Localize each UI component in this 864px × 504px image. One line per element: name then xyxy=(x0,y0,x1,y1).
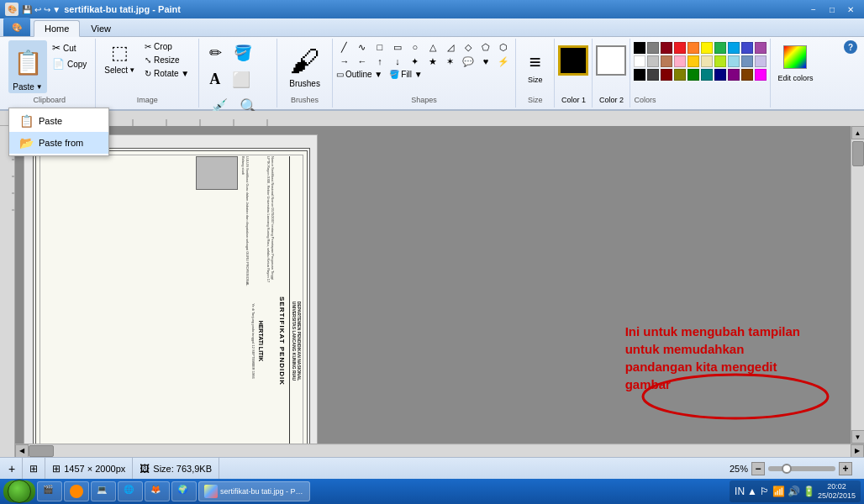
color1-swatch[interactable] xyxy=(558,45,588,76)
tray-arrow-icon[interactable]: ▲ xyxy=(747,486,757,497)
scroll-thumb-bottom[interactable] xyxy=(29,445,54,457)
paint-menu-button[interactable]: 🎨 xyxy=(3,18,30,36)
scrollbar-right[interactable]: ▲ ▼ xyxy=(851,126,864,444)
color-swatch-cream[interactable] xyxy=(701,55,713,67)
color-swatch-navy[interactable] xyxy=(741,42,753,54)
scroll-track-bottom[interactable] xyxy=(29,445,851,457)
cut-button[interactable]: ✂ Cut xyxy=(49,40,90,55)
shape-curve[interactable]: ∿ xyxy=(354,40,371,54)
fill-button[interactable]: 🪣 xyxy=(229,40,257,66)
eraser-button[interactable]: ⬜ xyxy=(227,67,256,92)
copy-button[interactable]: 📄 Copy xyxy=(49,56,90,71)
status-new[interactable]: + xyxy=(5,458,23,479)
color-swatch-extra6[interactable] xyxy=(701,69,713,81)
color-swatch-blue[interactable] xyxy=(728,42,740,54)
color-swatch-red[interactable] xyxy=(674,42,686,54)
color-swatch-lightgray[interactable] xyxy=(647,55,659,67)
color-swatch-extra1[interactable] xyxy=(634,69,645,81)
shape-rounded-rect[interactable]: ▭ xyxy=(389,40,406,54)
zoom-slider[interactable] xyxy=(768,466,835,471)
shape-lightning[interactable]: ⚡ xyxy=(495,55,512,68)
color-swatch-white[interactable] xyxy=(634,55,645,67)
shape-arrow-up[interactable]: ↑ xyxy=(371,55,388,68)
taskbar-app-globe[interactable]: 🌐 xyxy=(118,481,143,501)
select-button[interactable]: ⬚ Select ▼ xyxy=(101,40,139,76)
shape-arrow-right[interactable]: → xyxy=(336,55,353,68)
shape-ellipse[interactable]: ○ xyxy=(407,40,424,54)
scroll-right-button[interactable]: ▶ xyxy=(851,444,864,458)
color-swatch-extra5[interactable] xyxy=(688,69,699,81)
zoom-thumb[interactable] xyxy=(782,464,792,474)
status-select[interactable]: ⊞ xyxy=(23,458,45,479)
color-swatch-extra10[interactable] xyxy=(755,69,767,81)
color-swatch-orange[interactable] xyxy=(688,42,699,54)
color-swatch-steelblue[interactable] xyxy=(741,55,753,67)
tab-home[interactable]: Home xyxy=(34,20,80,37)
pencil-button[interactable]: ✏ xyxy=(204,40,227,66)
scroll-track-right[interactable] xyxy=(851,139,864,430)
color-swatch-skyblue[interactable] xyxy=(728,55,740,67)
color-swatch-black[interactable] xyxy=(634,42,645,54)
crop-button[interactable]: ✂ Crop xyxy=(140,40,193,53)
color-swatch-darkred[interactable] xyxy=(661,42,672,54)
color-swatch-gray50[interactable] xyxy=(647,42,659,54)
zoom-minus-button[interactable]: − xyxy=(751,462,765,475)
scroll-up-button[interactable]: ▲ xyxy=(851,126,865,139)
color-swatch-extra8[interactable] xyxy=(728,69,740,81)
color-swatch-extra4[interactable] xyxy=(674,69,686,81)
color-swatch-lime[interactable] xyxy=(714,55,726,67)
color-swatch-lavender[interactable] xyxy=(755,55,767,67)
scroll-left-button[interactable]: ◀ xyxy=(15,444,29,458)
shape-callout[interactable]: 💬 xyxy=(460,55,477,68)
fill-dropdown-button[interactable]: 🪣 Fill ▼ xyxy=(389,70,422,79)
scroll-down-button[interactable]: ▼ xyxy=(851,430,865,444)
paste-menu-paste[interactable]: 📋 Paste xyxy=(9,110,108,132)
shape-rect[interactable]: □ xyxy=(371,40,388,54)
scrollbar-bottom[interactable]: ◀ ▶ xyxy=(15,444,864,457)
shape-right-triangle[interactable]: ◿ xyxy=(442,40,459,54)
scroll-thumb-right[interactable] xyxy=(852,141,864,166)
paste-button[interactable]: 📋 Paste ▼ xyxy=(8,40,47,93)
brushes-button[interactable]: 🖌 Brushes xyxy=(282,40,327,92)
shape-diamond[interactable]: ◇ xyxy=(460,40,477,54)
shape-triangle[interactable]: △ xyxy=(424,40,441,54)
color-swatch-brown[interactable] xyxy=(661,55,672,67)
color-swatch-extra7[interactable] xyxy=(714,69,726,81)
color-swatch-extra3[interactable] xyxy=(661,69,672,81)
taskbar-app-browser2[interactable] xyxy=(64,481,89,501)
shape-heart[interactable]: ♥ xyxy=(477,55,494,68)
paste-menu-paste-from[interactable]: 📂 Paste from xyxy=(9,132,108,154)
outline-button[interactable]: ▭ Outline ▼ xyxy=(336,70,382,79)
edit-colors-button[interactable]: Edit colors xyxy=(771,39,819,108)
zoom-plus-button[interactable]: + xyxy=(839,462,852,475)
taskbar-app-world[interactable]: 🌍 xyxy=(171,481,197,501)
color-swatch-pink[interactable] xyxy=(674,55,686,67)
shape-arrow-down[interactable]: ↓ xyxy=(389,55,406,68)
color-swatch-green[interactable] xyxy=(714,42,726,54)
taskbar-app-media[interactable]: 🎬 xyxy=(37,481,62,501)
color-swatch-extra2[interactable] xyxy=(647,69,659,81)
shape-arrow-left[interactable]: ← xyxy=(354,55,371,68)
rotate-button[interactable]: ↻ Rotate ▼ xyxy=(140,67,193,80)
resize-button[interactable]: ⤡ Resize xyxy=(140,54,193,66)
help-button[interactable]: ? xyxy=(844,40,857,54)
maximize-button[interactable]: □ xyxy=(824,3,840,16)
shape-star6[interactable]: ✶ xyxy=(442,55,459,68)
color-swatch-gold[interactable] xyxy=(688,55,699,67)
close-button[interactable]: ✕ xyxy=(842,3,859,16)
taskbar-app-files[interactable]: 💻 xyxy=(91,481,116,501)
start-button[interactable] xyxy=(3,480,35,502)
shape-hexagon[interactable]: ⬡ xyxy=(495,40,512,54)
color2-swatch[interactable] xyxy=(596,45,626,76)
shape-line[interactable]: ╱ xyxy=(336,40,353,54)
color-swatch-yellow[interactable] xyxy=(701,42,713,54)
taskbar-app-firefox[interactable]: 🦊 xyxy=(145,481,170,501)
shape-star4[interactable]: ✦ xyxy=(407,55,424,68)
tab-view[interactable]: View xyxy=(80,20,122,36)
shape-star5[interactable]: ★ xyxy=(424,55,441,68)
color-swatch-extra9[interactable] xyxy=(741,69,753,81)
minimize-button[interactable]: − xyxy=(805,3,822,16)
taskbar-app-paint[interactable]: sertifikat-bu tati.jpg - Paint xyxy=(198,481,310,501)
color-swatch-purple[interactable] xyxy=(755,42,767,54)
shape-pentagon[interactable]: ⬠ xyxy=(477,40,494,54)
